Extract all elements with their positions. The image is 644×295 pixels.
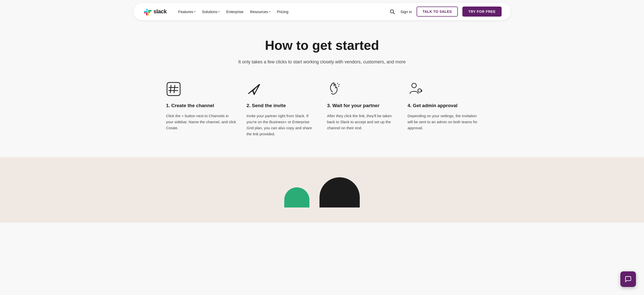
- nav-enterprise[interactable]: Enterprise: [224, 8, 246, 15]
- chat-icon: [625, 276, 632, 283]
- nav-links: Features ▾ Solutions ▾ Enterprise Resour…: [176, 8, 291, 15]
- step-2-desc: Invite your partner right from Slack. If…: [247, 113, 317, 137]
- step-3-desc: After they click the link, they'll be ta…: [327, 113, 397, 131]
- nav-right: Sign in TALK TO SALES TRY FOR FREE: [388, 7, 502, 17]
- wave-hand-icon: [327, 81, 342, 97]
- search-icon: [389, 9, 395, 14]
- person-key-icon: [408, 81, 423, 97]
- chevron-down-icon: ▾: [194, 10, 195, 13]
- step-4: 4. Get admin approval Depending on your …: [408, 81, 478, 137]
- try-for-free-button[interactable]: TRY FOR FREE: [462, 7, 502, 17]
- bottom-section: [0, 157, 644, 223]
- svg-rect-2: [167, 82, 180, 96]
- step-1-desc: Click the + button next to Channels in y…: [166, 113, 236, 131]
- step-4-title: 4. Get admin approval: [408, 103, 478, 109]
- chat-widget-button[interactable]: [620, 271, 636, 287]
- nav-solutions[interactable]: Solutions ▾: [199, 8, 222, 15]
- page-subtitle: It only takes a few clicks to start work…: [166, 59, 478, 65]
- logo-text: slack: [153, 8, 167, 15]
- chevron-down-icon: ▾: [218, 10, 220, 13]
- slack-logo-icon: [142, 7, 151, 16]
- bottom-partial-content: [20, 172, 624, 207]
- step-2: 2. Send the invite Invite your partner r…: [247, 81, 317, 137]
- sign-in-link[interactable]: Sign in: [400, 10, 412, 14]
- nav-resources[interactable]: Resources ▾: [248, 8, 273, 15]
- dark-blob: [319, 177, 360, 207]
- svg-point-11: [412, 83, 416, 88]
- main-nav: slack Features ▾ Solutions ▾ Enterprise …: [133, 3, 511, 20]
- steps-grid: 1. Create the channel Click the + button…: [166, 81, 478, 137]
- svg-line-9: [339, 85, 340, 85]
- nav-pricing[interactable]: Pricing: [274, 8, 291, 15]
- svg-line-1: [393, 13, 394, 14]
- page-title: How to get started: [166, 38, 478, 53]
- talk-to-sales-button[interactable]: TALK TO SALES: [417, 7, 458, 17]
- nav-wrapper: slack Features ▾ Solutions ▾ Enterprise …: [0, 0, 644, 23]
- nav-features[interactable]: Features ▾: [176, 8, 198, 15]
- svg-line-3: [170, 85, 171, 93]
- nav-left: slack Features ▾ Solutions ▾ Enterprise …: [142, 7, 291, 16]
- step-1: 1. Create the channel Click the + button…: [166, 81, 236, 137]
- main-content: How to get started It only takes a few c…: [146, 23, 498, 157]
- step-3: 3. Wait for your partner After they clic…: [327, 81, 397, 137]
- svg-line-4: [174, 85, 175, 93]
- step-4-desc: Depending on your settings, the invitati…: [408, 113, 478, 131]
- step-3-title: 3. Wait for your partner: [327, 103, 397, 109]
- chevron-down-icon: ▾: [269, 10, 270, 13]
- search-button[interactable]: [388, 8, 396, 15]
- step-2-title: 2. Send the invite: [247, 103, 317, 109]
- slack-logo[interactable]: slack: [142, 7, 167, 16]
- step-1-title: 1. Create the channel: [166, 103, 236, 109]
- green-blob: [284, 187, 309, 207]
- hash-icon: [166, 81, 181, 97]
- send-icon: [247, 81, 262, 97]
